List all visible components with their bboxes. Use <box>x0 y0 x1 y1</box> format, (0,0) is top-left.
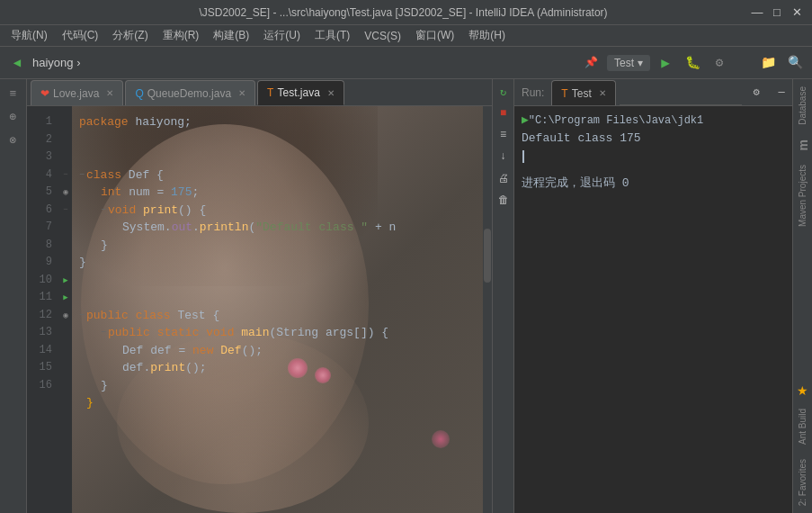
code-line-6: −void print() { <box>72 202 483 220</box>
sidebar-favorites[interactable]: 2: Favorites <box>796 452 809 513</box>
line-num-7: 7 <box>31 219 52 237</box>
menu-build[interactable]: 构建(B) <box>206 26 256 45</box>
output-line-1: ▶ "C:\Program Files\Java\jdk1 <box>522 112 785 130</box>
menu-tools[interactable]: 工具(T) <box>308 26 357 45</box>
run-panel-tabs: Run: T Test ✕ ⚙ — <box>514 79 792 106</box>
breadcrumb-sep: › <box>76 56 80 69</box>
output-text-1: "C:\Program Files\Java\jdk1 <box>529 112 703 130</box>
search-button[interactable]: 🔍 <box>783 51 807 75</box>
toolbar-nav-back[interactable]: ◀ <box>5 51 29 75</box>
debug-button[interactable]: 🐛 <box>681 51 704 75</box>
run-label: Run: <box>518 86 548 99</box>
line-numbers: 1 2 3 4 5 6 7 8 9 10 11 12 13 14 15 16 <box>27 106 59 513</box>
sidebar-database[interactable]: Database <box>796 79 809 132</box>
fold-icon-4[interactable]: − <box>79 166 85 184</box>
editor-scrollbar[interactable] <box>483 106 492 513</box>
stop-button[interactable]: ■ <box>495 104 513 122</box>
close-button[interactable]: ✕ <box>789 4 805 21</box>
project-button[interactable]: 📁 <box>756 51 780 75</box>
title-text: \JSD2002_SE] - ...\src\haiyong\Test.java… <box>61 6 745 19</box>
code-line-4: −class Def { <box>72 166 483 184</box>
cursor-indicator <box>522 150 524 163</box>
run-tab-test[interactable]: T Test ✕ <box>551 80 615 105</box>
run-tab-close[interactable]: ✕ <box>599 88 606 98</box>
line-num-4: 4 <box>31 166 52 184</box>
fold-icon-6[interactable]: − <box>101 202 106 220</box>
menu-bar: 导航(N) 代码(C) 分析(Z) 重构(R) 构建(B) 运行(U) 工具(T… <box>0 25 812 47</box>
menu-help[interactable]: 帮助(H) <box>461 26 513 45</box>
gutter-7 <box>59 219 72 237</box>
kw-int: int <box>101 184 129 202</box>
gutter-4: − <box>59 166 72 184</box>
coverage-button[interactable]: ⚙ <box>708 51 731 75</box>
gutter-10: ▶ <box>59 272 72 290</box>
menu-window[interactable]: 窗口(W) <box>408 26 461 45</box>
menu-refactor[interactable]: 重构(R) <box>156 26 207 45</box>
fold-class[interactable]: − <box>63 170 67 179</box>
code-line-8: } <box>72 237 483 255</box>
sidebar-star-icon[interactable]: ★ <box>793 380 812 401</box>
gutter-5: ◉ <box>59 184 72 202</box>
scroll-to-end-button[interactable]: ↓ <box>495 148 513 166</box>
clear-button[interactable]: 🗑 <box>495 191 513 209</box>
run-tab-icon: T <box>561 87 567 100</box>
filter-output-button[interactable]: ≡ <box>495 126 513 144</box>
left-btn-2[interactable]: ⊕ <box>3 106 24 128</box>
love-icon: ❤ <box>40 87 49 100</box>
output-line-5: 进程完成，退出码 0 <box>522 175 785 193</box>
code-line-15: def.print(); <box>72 359 483 377</box>
sidebar-ant-build[interactable]: Ant Build <box>796 401 809 452</box>
tab-queue-close[interactable]: ✕ <box>238 88 245 98</box>
line-num-13: 13 <box>31 324 52 342</box>
tab-queue-java[interactable]: Q QueueDemo.java ✕ <box>125 80 255 105</box>
code-content[interactable]: package haiyong; −class Def { int num = … <box>72 106 483 513</box>
tab-love-label: Love.java <box>53 87 99 100</box>
gutter: − ◉ − ▶ ▶ ◉ <box>59 106 72 513</box>
rerun-button[interactable]: ↻ <box>495 83 513 101</box>
line-num-12: 12 <box>31 307 52 325</box>
code-line-5: int num = 175; <box>72 184 483 202</box>
run-settings-button[interactable]: ⚙ <box>747 84 765 102</box>
line-num-6: 6 <box>31 202 52 220</box>
run-config-selector[interactable]: Test ▾ <box>607 55 650 71</box>
fold-icon-12[interactable]: − <box>79 307 85 325</box>
menu-run[interactable]: 运行(U) <box>256 26 308 45</box>
code-area[interactable]: 1 2 3 4 5 6 7 8 9 10 11 12 13 14 15 16 <box>27 106 492 513</box>
maximize-button[interactable]: □ <box>769 4 785 21</box>
code-line-1: package haiyong; <box>72 113 483 131</box>
gutter-12: ◉ <box>59 307 72 325</box>
tab-test-close[interactable]: ✕ <box>327 88 335 98</box>
menu-code[interactable]: 代码(C) <box>55 26 106 45</box>
sidebar-maven[interactable]: Maven Projects <box>796 158 809 234</box>
run-button[interactable]: ▶ <box>654 51 677 75</box>
code-line-13: −public static void main(String args[]) … <box>72 324 483 342</box>
left-btn-1[interactable]: ≡ <box>3 83 24 104</box>
fold-icon-13[interactable]: − <box>101 324 106 342</box>
left-btn-3[interactable]: ⊗ <box>3 130 24 151</box>
tab-love-java[interactable]: ❤ Love.java ✕ <box>31 80 123 105</box>
print-button[interactable]: 🖨 <box>495 169 513 187</box>
gutter-15 <box>59 359 72 377</box>
fold-method[interactable]: − <box>63 205 67 214</box>
main-area: ≡ ⊕ ⊗ ❤ Love.java ✕ Q QueueDemo.java ✕ T… <box>0 79 812 513</box>
menu-vcs[interactable]: VCS(S) <box>357 28 408 44</box>
code-line-2 <box>72 131 483 149</box>
menu-analyze[interactable]: 分析(Z) <box>105 26 155 45</box>
tab-test-java[interactable]: T Test.java ✕ <box>257 80 344 105</box>
menu-nav[interactable]: 导航(N) <box>4 26 55 45</box>
line-num-3: 3 <box>31 148 52 166</box>
pin-button[interactable]: 📌 <box>580 51 603 75</box>
run-minimize-button[interactable]: — <box>772 84 790 102</box>
gutter-2 <box>59 131 72 149</box>
editor-area: ❤ Love.java ✕ Q QueueDemo.java ✕ T Test.… <box>27 79 492 513</box>
queue-icon: Q <box>135 87 143 100</box>
left-vert-toolbar: ≡ ⊕ ⊗ <box>0 79 27 513</box>
breadcrumb-text: haiyong <box>32 56 74 69</box>
line-num-10: 10 <box>31 272 52 290</box>
run-arrow-11[interactable]: ▶ <box>63 292 67 302</box>
bookmark-5: ◉ <box>63 187 67 197</box>
run-arrow-10[interactable]: ▶ <box>63 275 67 285</box>
minimize-button[interactable]: — <box>749 4 765 21</box>
tab-love-close[interactable]: ✕ <box>106 88 113 98</box>
sidebar-m[interactable]: m <box>794 132 812 158</box>
